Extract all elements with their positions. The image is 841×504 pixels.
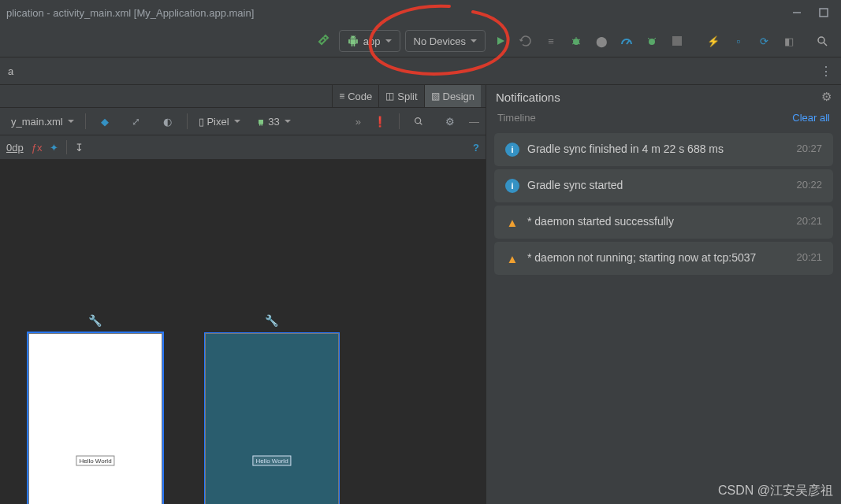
notifications-title: Notifications	[496, 91, 560, 104]
chevron-down-icon	[68, 120, 74, 126]
window-title: plication - activity_main.xml [My_Applic…	[6, 7, 254, 19]
stop-icon[interactable]	[667, 31, 687, 51]
split-icon: ◫	[385, 91, 394, 102]
orientation-icon[interactable]: ⤢	[126, 111, 147, 132]
module-selector[interactable]: app	[339, 30, 400, 52]
code-changes-icon[interactable]: ≡	[541, 31, 561, 51]
titlebar: plication - activity_main.xml [My_Applic…	[0, 0, 841, 25]
minimize-button[interactable]	[786, 5, 808, 20]
svg-line-13	[420, 123, 422, 125]
apply-changes-icon[interactable]	[515, 31, 536, 51]
module-label: app	[363, 35, 381, 47]
design-subtoolbar: 0dp ƒx ✦ ↧ ?	[0, 135, 486, 160]
chevron-down-icon	[471, 39, 477, 46]
notification-card[interactable]: iGradle sync started20:22	[494, 169, 833, 202]
svg-rect-9	[672, 36, 682, 46]
preview-text: Hello World	[76, 456, 114, 466]
warning-icon: ▲	[505, 251, 519, 265]
surface-icon[interactable]: ◆	[95, 111, 115, 132]
breadcrumb-bar: a ⋮	[0, 57, 841, 85]
main-toolbar: app No Devices ≡ ⬤ ⚡ ▫ ⟳ ◧	[0, 25, 841, 57]
svg-line-5	[579, 39, 580, 40]
fx-icon[interactable]: ƒx	[32, 142, 43, 154]
app-inspection-icon[interactable]	[642, 31, 662, 51]
design-toolbar: y_main.xml ◆ ⤢ ◐ ▯ Pixel 33 » ❗ ⚙ —	[0, 108, 486, 135]
notification-time: 20:21	[796, 251, 822, 263]
svg-rect-1	[820, 9, 828, 17]
preview-text: Hello World	[252, 456, 291, 466]
tab-code[interactable]: ≡Code	[332, 85, 378, 107]
debug-icon[interactable]	[566, 31, 586, 51]
notification-time: 20:21	[796, 215, 822, 227]
help-icon[interactable]: ?	[473, 142, 479, 154]
run-icon[interactable]	[490, 31, 511, 51]
notification-card[interactable]: ▲* daemon not running; starting now at t…	[494, 242, 833, 275]
tab-split[interactable]: ◫Split	[378, 85, 423, 107]
device-label: No Devices	[414, 35, 466, 47]
svg-point-10	[818, 37, 824, 43]
cube-icon[interactable]: ◧	[779, 31, 799, 51]
maximize-button[interactable]	[813, 5, 835, 20]
sdk-icon[interactable]: ▫	[728, 31, 749, 51]
gear-icon[interactable]: ⚙	[440, 111, 460, 132]
chevron-down-icon	[234, 120, 240, 126]
info-icon: i	[505, 143, 519, 157]
view-mode-tabs: ≡Code ◫Split ▧Design	[0, 85, 486, 108]
search-icon[interactable]	[812, 31, 832, 51]
minimize-pane-icon[interactable]: —	[469, 116, 479, 128]
design-canvas[interactable]: 🔧 🔧 Hello World Hello World	[0, 160, 486, 504]
watermark: CSDN @江安吴彦祖	[718, 483, 833, 499]
notification-time: 20:27	[796, 143, 822, 154]
timeline-label: Timeline	[497, 112, 536, 124]
search-icon[interactable]	[408, 111, 429, 132]
phone-icon: ▯	[199, 116, 204, 128]
breadcrumb-tail: a	[8, 65, 13, 77]
sync-icon[interactable]: ⟳	[754, 31, 774, 51]
coverage-icon[interactable]: ⬤	[591, 31, 612, 51]
wrench-icon[interactable]: 🔧	[265, 314, 278, 327]
svg-point-2	[573, 39, 579, 45]
notification-card[interactable]: ▲* daemon started successfully20:21	[494, 206, 833, 239]
avd-icon[interactable]: ⚡	[703, 31, 724, 51]
hammer-icon[interactable]	[314, 31, 334, 51]
api-picker[interactable]: 33	[251, 116, 296, 128]
wrench-icon[interactable]: 🔧	[88, 314, 102, 327]
warning-icon: ▲	[505, 215, 519, 229]
device-picker[interactable]: ▯ Pixel	[194, 116, 245, 128]
svg-line-4	[572, 39, 574, 40]
info-icon: i	[505, 179, 519, 193]
gear-icon[interactable]: ⚙	[821, 90, 832, 104]
notification-message: Gradle sync finished in 4 m 22 s 688 ms	[527, 143, 790, 155]
svg-line-11	[824, 43, 827, 46]
android-icon	[256, 117, 266, 126]
device-selector[interactable]: No Devices	[405, 30, 486, 52]
tab-design[interactable]: ▧Design	[424, 85, 481, 107]
zoom-label[interactable]: 0dp	[6, 142, 24, 154]
night-icon[interactable]: ◐	[158, 111, 178, 132]
svg-point-12	[415, 118, 421, 124]
image-icon: ▧	[431, 91, 440, 102]
chevrons-icon[interactable]: »	[355, 116, 361, 128]
notification-message: Gradle sync started	[527, 179, 790, 191]
notification-message: * daemon not running; starting now at tc…	[527, 251, 790, 264]
preview-device-blueprint[interactable]: Hello World	[205, 333, 339, 504]
lines-icon: ≡	[339, 91, 344, 102]
editor-pane: ≡Code ◫Split ▧Design y_main.xml ◆ ⤢ ◐ ▯ …	[0, 85, 486, 504]
preview-device-light[interactable]: Hello World	[28, 333, 162, 504]
notification-message: * daemon started successfully	[527, 215, 790, 228]
align-icon[interactable]: ↧	[75, 142, 84, 154]
svg-line-6	[572, 43, 574, 44]
profiler-icon[interactable]	[616, 31, 637, 51]
clear-all-link[interactable]: Clear all	[792, 112, 830, 124]
notifications-panel: Notifications ⚙ Timeline Clear all iGrad…	[486, 85, 841, 504]
svg-point-8	[649, 39, 655, 45]
svg-line-7	[579, 43, 580, 44]
file-tab[interactable]: y_main.xml	[6, 116, 79, 128]
warn-icon[interactable]: ❗	[370, 111, 390, 132]
wand-icon[interactable]: ✦	[50, 142, 58, 154]
chevron-down-icon	[385, 39, 392, 46]
notification-time: 20:22	[796, 179, 822, 191]
chevron-down-icon	[285, 120, 291, 126]
kebab-icon[interactable]: ⋮	[820, 64, 833, 79]
notification-card[interactable]: iGradle sync finished in 4 m 22 s 688 ms…	[494, 133, 833, 166]
